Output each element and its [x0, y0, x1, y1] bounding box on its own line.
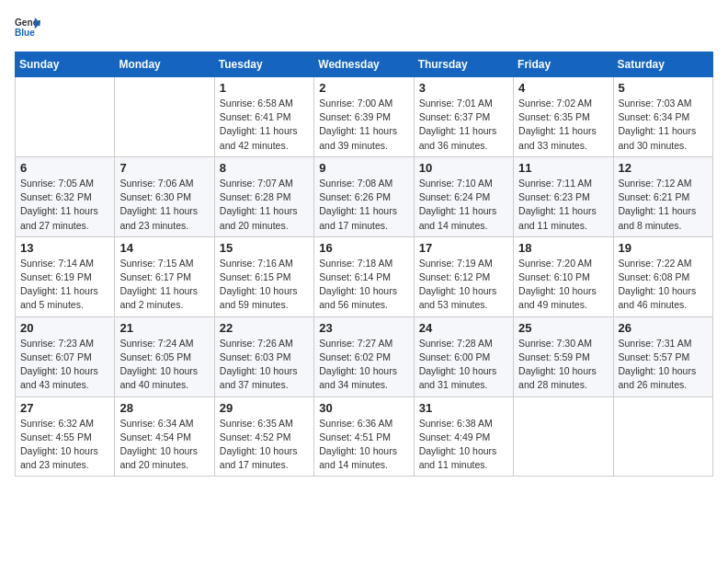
day-number: 12 [619, 161, 708, 175]
calendar-cell [16, 77, 115, 157]
weekday-header-monday: Monday [115, 52, 214, 77]
day-number: 29 [220, 401, 309, 415]
day-detail: Sunrise: 7:10 AM Sunset: 6:24 PM Dayligh… [419, 177, 508, 233]
calendar-cell: 17Sunrise: 7:19 AM Sunset: 6:12 PM Dayli… [414, 236, 513, 316]
week-row-5: 27Sunrise: 6:32 AM Sunset: 4:55 PM Dayli… [16, 396, 713, 477]
day-detail: Sunrise: 6:35 AM Sunset: 4:52 PM Dayligh… [220, 417, 309, 473]
weekday-header-saturday: Saturday [613, 52, 712, 77]
day-number: 4 [518, 81, 608, 95]
calendar-cell: 30Sunrise: 6:36 AM Sunset: 4:51 PM Dayli… [314, 396, 414, 477]
calendar-cell: 21Sunrise: 7:24 AM Sunset: 6:05 PM Dayli… [115, 316, 214, 396]
day-number: 31 [419, 401, 508, 415]
day-number: 22 [220, 321, 309, 335]
calendar-cell: 5Sunrise: 7:03 AM Sunset: 6:34 PM Daylig… [613, 77, 712, 157]
calendar-cell: 26Sunrise: 7:31 AM Sunset: 5:57 PM Dayli… [613, 316, 712, 396]
calendar-cell: 13Sunrise: 7:14 AM Sunset: 6:19 PM Dayli… [16, 236, 115, 316]
day-number: 25 [518, 321, 608, 335]
day-number: 5 [619, 81, 708, 95]
calendar-cell: 16Sunrise: 7:18 AM Sunset: 6:14 PM Dayli… [314, 236, 414, 316]
day-number: 15 [220, 241, 309, 255]
calendar-cell: 19Sunrise: 7:22 AM Sunset: 6:08 PM Dayli… [613, 236, 712, 316]
day-detail: Sunrise: 7:26 AM Sunset: 6:03 PM Dayligh… [220, 337, 309, 393]
calendar-cell: 20Sunrise: 7:23 AM Sunset: 6:07 PM Dayli… [16, 316, 115, 396]
day-number: 8 [220, 161, 309, 175]
calendar-cell [514, 396, 613, 477]
calendar-cell: 23Sunrise: 7:27 AM Sunset: 6:02 PM Dayli… [314, 316, 414, 396]
day-number: 21 [119, 321, 209, 335]
calendar-cell: 8Sunrise: 7:07 AM Sunset: 6:28 PM Daylig… [214, 156, 313, 236]
day-detail: Sunrise: 6:32 AM Sunset: 4:55 PM Dayligh… [20, 417, 109, 473]
day-detail: Sunrise: 7:01 AM Sunset: 6:37 PM Dayligh… [419, 97, 508, 153]
calendar-cell: 18Sunrise: 7:20 AM Sunset: 6:10 PM Dayli… [514, 236, 613, 316]
calendar-cell: 7Sunrise: 7:06 AM Sunset: 6:30 PM Daylig… [115, 156, 214, 236]
calendar-cell: 4Sunrise: 7:02 AM Sunset: 6:35 PM Daylig… [514, 77, 613, 157]
day-detail: Sunrise: 6:58 AM Sunset: 6:41 PM Dayligh… [220, 97, 309, 153]
weekday-header-thursday: Thursday [414, 52, 513, 77]
day-number: 26 [619, 321, 708, 335]
week-row-4: 20Sunrise: 7:23 AM Sunset: 6:07 PM Dayli… [16, 316, 713, 396]
calendar-cell: 29Sunrise: 6:35 AM Sunset: 4:52 PM Dayli… [214, 396, 313, 477]
logo: General Blue [15, 15, 40, 40]
day-detail: Sunrise: 7:16 AM Sunset: 6:15 PM Dayligh… [220, 257, 309, 313]
day-detail: Sunrise: 7:28 AM Sunset: 6:00 PM Dayligh… [419, 337, 508, 393]
day-detail: Sunrise: 7:14 AM Sunset: 6:19 PM Dayligh… [20, 257, 109, 313]
day-detail: Sunrise: 7:31 AM Sunset: 5:57 PM Dayligh… [619, 337, 708, 393]
calendar-cell: 14Sunrise: 7:15 AM Sunset: 6:17 PM Dayli… [115, 236, 214, 316]
calendar-cell: 11Sunrise: 7:11 AM Sunset: 6:23 PM Dayli… [514, 156, 613, 236]
calendar-cell: 25Sunrise: 7:30 AM Sunset: 5:59 PM Dayli… [514, 316, 613, 396]
calendar-cell: 1Sunrise: 6:58 AM Sunset: 6:41 PM Daylig… [214, 77, 313, 157]
day-number: 9 [319, 161, 408, 175]
day-detail: Sunrise: 7:20 AM Sunset: 6:10 PM Dayligh… [518, 257, 608, 313]
day-detail: Sunrise: 7:15 AM Sunset: 6:17 PM Dayligh… [119, 257, 209, 313]
day-detail: Sunrise: 7:07 AM Sunset: 6:28 PM Dayligh… [220, 177, 309, 233]
day-detail: Sunrise: 7:11 AM Sunset: 6:23 PM Dayligh… [518, 177, 608, 233]
calendar-cell: 27Sunrise: 6:32 AM Sunset: 4:55 PM Dayli… [16, 396, 115, 477]
day-number: 18 [518, 241, 608, 255]
day-number: 2 [319, 81, 408, 95]
day-detail: Sunrise: 7:22 AM Sunset: 6:08 PM Dayligh… [619, 257, 708, 313]
day-detail: Sunrise: 7:03 AM Sunset: 6:34 PM Dayligh… [619, 97, 708, 153]
day-number: 27 [20, 401, 109, 415]
day-detail: Sunrise: 6:36 AM Sunset: 4:51 PM Dayligh… [319, 417, 408, 473]
day-number: 17 [419, 241, 508, 255]
calendar-cell: 28Sunrise: 6:34 AM Sunset: 4:54 PM Dayli… [115, 396, 214, 477]
day-number: 23 [319, 321, 408, 335]
day-detail: Sunrise: 7:02 AM Sunset: 6:35 PM Dayligh… [518, 97, 608, 153]
calendar-cell: 9Sunrise: 7:08 AM Sunset: 6:26 PM Daylig… [314, 156, 414, 236]
day-number: 19 [619, 241, 708, 255]
calendar-cell: 12Sunrise: 7:12 AM Sunset: 6:21 PM Dayli… [613, 156, 712, 236]
day-number: 11 [518, 161, 608, 175]
day-number: 6 [20, 161, 109, 175]
weekday-header-sunday: Sunday [16, 52, 115, 77]
week-row-3: 13Sunrise: 7:14 AM Sunset: 6:19 PM Dayli… [16, 236, 713, 316]
day-number: 10 [419, 161, 508, 175]
day-number: 13 [20, 241, 109, 255]
day-number: 28 [119, 401, 209, 415]
calendar-cell: 3Sunrise: 7:01 AM Sunset: 6:37 PM Daylig… [414, 77, 513, 157]
day-detail: Sunrise: 7:23 AM Sunset: 6:07 PM Dayligh… [20, 337, 109, 393]
calendar-cell: 24Sunrise: 7:28 AM Sunset: 6:00 PM Dayli… [414, 316, 513, 396]
day-detail: Sunrise: 7:24 AM Sunset: 6:05 PM Dayligh… [119, 337, 209, 393]
day-number: 7 [119, 161, 209, 175]
day-number: 1 [220, 81, 309, 95]
calendar-table: SundayMondayTuesdayWednesdayThursdayFrid… [15, 52, 713, 477]
day-detail: Sunrise: 7:19 AM Sunset: 6:12 PM Dayligh… [419, 257, 508, 313]
day-detail: Sunrise: 7:06 AM Sunset: 6:30 PM Dayligh… [119, 177, 209, 233]
day-detail: Sunrise: 7:08 AM Sunset: 6:26 PM Dayligh… [319, 177, 408, 233]
day-number: 24 [419, 321, 508, 335]
day-number: 30 [319, 401, 408, 415]
day-detail: Sunrise: 7:30 AM Sunset: 5:59 PM Dayligh… [518, 337, 608, 393]
day-detail: Sunrise: 6:34 AM Sunset: 4:54 PM Dayligh… [119, 417, 209, 473]
day-detail: Sunrise: 6:38 AM Sunset: 4:49 PM Dayligh… [419, 417, 508, 473]
day-detail: Sunrise: 7:12 AM Sunset: 6:21 PM Dayligh… [619, 177, 708, 233]
svg-text:Blue: Blue [15, 28, 35, 38]
weekday-header-friday: Friday [514, 52, 613, 77]
logo-icon: General Blue [15, 15, 40, 40]
calendar-cell [613, 396, 712, 477]
weekday-header-wednesday: Wednesday [314, 52, 414, 77]
week-row-1: 1Sunrise: 6:58 AM Sunset: 6:41 PM Daylig… [16, 77, 713, 157]
calendar-cell: 2Sunrise: 7:00 AM Sunset: 6:39 PM Daylig… [314, 77, 414, 157]
calendar-cell: 31Sunrise: 6:38 AM Sunset: 4:49 PM Dayli… [414, 396, 513, 477]
day-number: 3 [419, 81, 508, 95]
day-detail: Sunrise: 7:05 AM Sunset: 6:32 PM Dayligh… [20, 177, 109, 233]
